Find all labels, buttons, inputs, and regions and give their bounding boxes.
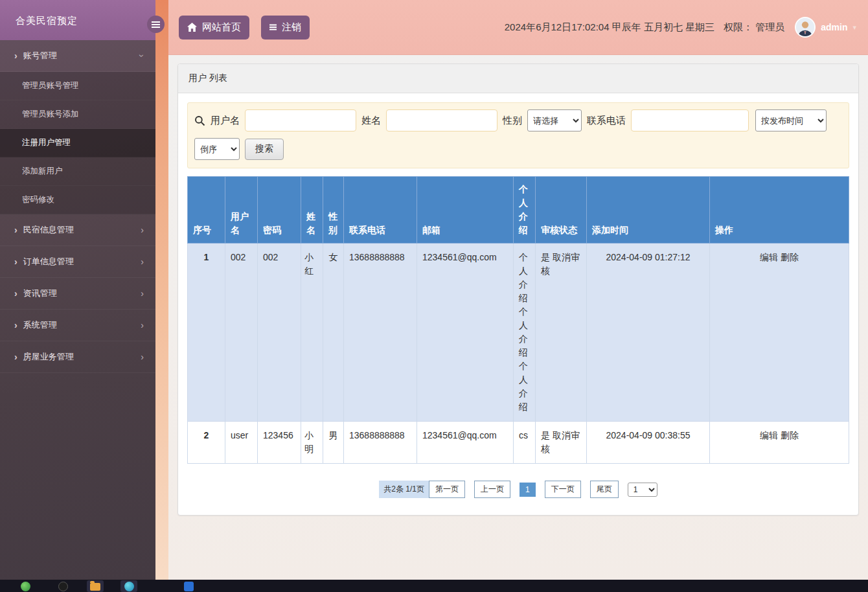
chevron-right-icon: › <box>141 321 144 330</box>
gender-select[interactable]: 请选择 <box>527 109 582 131</box>
site-home-button[interactable]: 网站首页 <box>179 16 249 40</box>
table-row-1: 1 002 002 小红 女 13688888888 1234561@qq.co… <box>188 244 849 422</box>
sidebar-item-news-management[interactable]: › 资讯管理 › <box>0 278 155 310</box>
prev-page-button[interactable]: 上一页 <box>474 481 510 498</box>
table-row-2: 2 user 123456 小明 男 13688888888 1234561@q… <box>188 422 849 464</box>
delete-link[interactable]: 删除 <box>781 252 799 262</box>
pagination: 共2条 1/1页 第一页 上一页 1 下一页 尾页 1 <box>187 481 849 498</box>
cell-username: 002 <box>225 244 258 422</box>
sidebar-item-account-management[interactable]: › 账号管理 › <box>0 40 155 72</box>
cell-email: 1234561@qq.com <box>417 422 514 464</box>
cell-name: 小明 <box>301 422 323 464</box>
cell-actions: 编辑 删除 <box>710 244 849 422</box>
col-password: 密码 <box>258 177 301 244</box>
delete-link[interactable]: 删除 <box>781 430 799 440</box>
menu-label: 资讯管理 <box>23 288 57 299</box>
first-page-button[interactable]: 第一页 <box>429 481 465 498</box>
name-input[interactable] <box>386 109 497 131</box>
sort-order-select[interactable]: 倒序 <box>194 138 240 160</box>
arrow-right-icon: › <box>14 321 17 330</box>
logout-button-label: 注销 <box>282 21 301 34</box>
next-page-button[interactable]: 下一页 <box>545 481 581 498</box>
user-avatar[interactable] <box>795 17 816 38</box>
arrow-right-icon: › <box>14 289 17 298</box>
username-label: 用户名 <box>211 115 240 127</box>
audit-status-text: 是 <box>541 252 550 262</box>
arrow-right-icon: › <box>14 51 17 60</box>
cell-added-time: 2024-04-09 01:27:12 <box>587 244 710 422</box>
menu-label: 民宿信息管理 <box>23 224 74 236</box>
chevron-right-icon: › <box>141 289 144 298</box>
sidebar-toggle-button[interactable] <box>147 16 165 33</box>
cell-intro: 个人介绍个人介绍个人介绍 <box>514 244 536 422</box>
folder-icon[interactable] <box>87 580 104 592</box>
sidebar-subitem-admin-account-management[interactable]: 管理员账号管理 <box>0 72 155 100</box>
sidebar-edge-gradient <box>155 0 168 580</box>
sidebar-menu: › 账号管理 › 管理员账号管理 管理员账号添加 注册用户管理 添加新用户 密码… <box>0 40 155 373</box>
panel-title: 用户 列表 <box>178 64 858 93</box>
edit-link[interactable]: 编辑 <box>760 252 778 262</box>
last-page-button[interactable]: 尾页 <box>590 481 619 498</box>
page-number-select[interactable]: 1 <box>628 483 657 497</box>
search-filter-bar: 用户名 姓名 性别 请选择 联系电话 按发布时间 <box>187 102 849 168</box>
pagination-summary: 共2条 1/1页 <box>379 481 429 498</box>
blue-app-icon[interactable] <box>180 580 197 592</box>
name-label: 姓名 <box>361 115 381 127</box>
current-page-indicator[interactable]: 1 <box>520 483 536 497</box>
cell-password: 002 <box>258 244 301 422</box>
cell-seq: 2 <box>188 422 225 464</box>
cell-seq: 1 <box>188 244 225 422</box>
username-text[interactable]: admin <box>821 22 847 32</box>
phone-label: 联系电话 <box>587 115 626 127</box>
chevron-right-icon: › <box>141 257 144 266</box>
search-button[interactable]: 搜索 <box>245 139 284 160</box>
username-input[interactable] <box>245 109 356 131</box>
cell-username: user <box>225 422 258 464</box>
avatar-image <box>796 18 814 36</box>
user-list-panel: 用户 列表 用户名 姓名 <box>177 63 859 516</box>
sidebar-item-order-info[interactable]: › 订单信息管理 › <box>0 246 155 278</box>
edit-link[interactable]: 编辑 <box>760 430 778 440</box>
cell-gender: 男 <box>323 422 344 464</box>
col-username: 用户名 <box>225 177 258 244</box>
cell-audit-status: 是 取消审核 <box>536 244 587 422</box>
col-seq: 序号 <box>188 177 225 244</box>
logout-button[interactable]: 注销 <box>261 16 310 40</box>
sidebar-item-homestay-info[interactable]: › 民宿信息管理 › <box>0 214 155 246</box>
green-app-icon[interactable] <box>17 580 34 592</box>
menu-label: 账号管理 <box>23 50 57 62</box>
col-audit-status: 审核状态 <box>536 177 587 244</box>
menu-label: 系统管理 <box>23 319 57 331</box>
submenu-account-management: 管理员账号管理 管理员账号添加 注册用户管理 添加新用户 密码修改 <box>0 72 155 214</box>
sidebar-item-house-business[interactable]: › 房屋业务管理 › <box>0 341 155 373</box>
cell-password: 123456 <box>258 422 301 464</box>
cell-intro: cs <box>514 422 536 464</box>
main-content: 用户 列表 用户名 姓名 <box>168 55 868 580</box>
cell-added-time: 2024-04-09 00:38:55 <box>587 422 710 464</box>
table-header-row: 序号 用户名 密码 姓名 性别 联系电话 邮箱 个人介绍 审核状态 添加时间 操… <box>188 177 849 244</box>
sort-field-select[interactable]: 按发布时间 <box>755 109 827 131</box>
dark-app-icon[interactable] <box>54 580 71 592</box>
gender-label: 性别 <box>503 115 522 127</box>
teal-app-icon[interactable] <box>120 580 137 592</box>
sidebar-subitem-password-change[interactable]: 密码修改 <box>0 186 155 214</box>
sidebar-subitem-admin-account-add[interactable]: 管理员账号添加 <box>0 100 155 129</box>
topbar: 网站首页 注销 2024年6月12日17:02:04 甲辰年 五月初七 星期三 … <box>168 0 868 55</box>
app-title: 合美民宿预定 <box>0 0 155 40</box>
list-icon <box>269 27 277 28</box>
cell-gender: 女 <box>323 244 344 422</box>
menu-label: 房屋业务管理 <box>23 351 74 363</box>
sidebar-subitem-add-new-user[interactable]: 添加新用户 <box>0 157 155 186</box>
permission-text: 权限： 管理员 <box>724 21 784 34</box>
sidebar-subitem-registered-user-management[interactable]: 注册用户管理 <box>0 129 155 157</box>
sidebar-item-system-management[interactable]: › 系统管理 › <box>0 310 155 341</box>
col-intro: 个人介绍 <box>514 177 536 244</box>
arrow-right-icon: › <box>14 225 17 234</box>
caret-down-icon: ▾ <box>852 23 856 32</box>
user-table: 序号 用户名 密码 姓名 性别 联系电话 邮箱 个人介绍 审核状态 添加时间 操… <box>187 176 849 464</box>
topbar-user-area: 2024年6月12日17:02:04 甲辰年 五月初七 星期三 权限： 管理员 … <box>505 17 856 38</box>
os-taskbar <box>0 580 868 592</box>
phone-input[interactable] <box>631 109 749 131</box>
search-row-2: 倒序 搜索 <box>194 138 842 160</box>
chevron-right-icon: › <box>141 352 144 361</box>
